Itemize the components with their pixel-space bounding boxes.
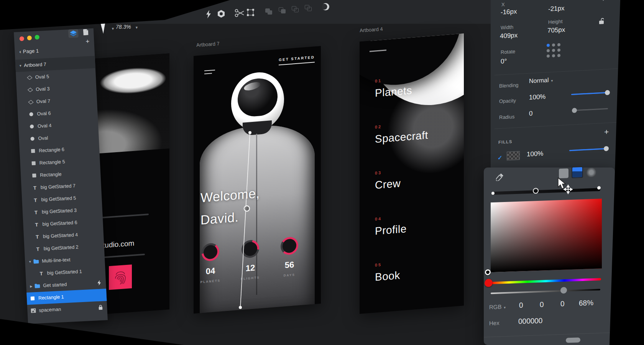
height-value[interactable]: 705px: [547, 26, 565, 34]
layer-name: spaceman: [39, 307, 61, 313]
layer-name: Oval: [38, 135, 48, 141]
layer-name: big GetStarted 4: [43, 232, 78, 239]
alpha-value[interactable]: 68%: [579, 299, 593, 307]
oval-outline-icon: [28, 99, 34, 105]
disclosure-icon[interactable]: ▼: [28, 260, 32, 263]
text-layer-icon: T: [33, 209, 39, 215]
boolean-intersect-icon[interactable]: [292, 6, 299, 13]
layers-panel-button[interactable]: [68, 29, 79, 38]
boolean-union-icon[interactable]: [265, 8, 273, 15]
artboard-7[interactable]: GET STARTED Welcome, David. 04 PLANETS 1…: [194, 46, 321, 314]
blue-value[interactable]: 0: [560, 300, 565, 308]
progress-ring: [242, 240, 259, 259]
hexagon-icon[interactable]: [217, 10, 225, 18]
width-value[interactable]: 409px: [500, 31, 518, 40]
blending-value: Normal: [529, 77, 549, 84]
rotate-label: Rotate: [501, 49, 515, 55]
artboard-4[interactable]: 01 Planets 02 Spacecraft 03 Crew 04 Prof…: [360, 33, 464, 314]
layer-name: big GetStarted 7: [41, 183, 76, 190]
cursor-tool-caret[interactable]: ▼: [111, 27, 115, 31]
fingerprint-icon: [114, 269, 127, 285]
pages-panel-button[interactable]: [80, 28, 91, 36]
hex-value[interactable]: 000000: [518, 317, 542, 326]
red-value[interactable]: 0: [519, 301, 523, 309]
rotate-handle-icon[interactable]: [602, 0, 609, 2]
rectangle-icon: [31, 161, 36, 166]
rectangle-icon: [30, 296, 36, 301]
blending-select[interactable]: Normal ▼: [529, 76, 554, 84]
text-layer-icon: T: [38, 271, 44, 276]
layer-name: big GetStarted 2: [43, 244, 79, 251]
fill-type-gradient-button[interactable]: [572, 166, 583, 178]
add-page-button[interactable]: +: [85, 38, 90, 45]
fill-type-solid-button[interactable]: [559, 168, 568, 178]
radius-slider[interactable]: [572, 108, 608, 111]
get-started-link[interactable]: GET STARTED: [279, 55, 315, 65]
layer-list: ▼Artboard 7 Oval 5 Oval 3 Oval 7 Oval 6 …: [15, 56, 108, 317]
add-fill-button[interactable]: +: [604, 127, 609, 137]
fill-type-pattern-button[interactable]: [586, 168, 596, 177]
text-layer-icon: T: [35, 246, 41, 252]
rgb-dropdown[interactable]: RGB ▼: [489, 303, 506, 310]
x-value[interactable]: -16px: [501, 8, 517, 16]
divider: [484, 332, 615, 337]
minimize-window-button[interactable]: [27, 36, 32, 41]
rgb-label: RGB: [489, 303, 502, 310]
menu-item-crew[interactable]: 03 Crew: [375, 169, 401, 191]
page-breadcrumb[interactable]: ‹Page 1: [19, 48, 39, 54]
menu-item-book[interactable]: 05 Book: [375, 261, 400, 283]
close-window-button[interactable]: [20, 36, 25, 41]
zoom-window-button[interactable]: [34, 35, 39, 40]
hue-slider[interactable]: [491, 278, 601, 284]
opacity-slider[interactable]: [571, 92, 608, 95]
boolean-difference-icon[interactable]: [305, 5, 312, 12]
eyedropper-icon[interactable]: [496, 173, 504, 181]
disclosure-icon[interactable]: ▶: [29, 284, 33, 288]
fingerprint-button[interactable]: [109, 264, 132, 290]
menu-item-profile[interactable]: 04 Profile: [375, 214, 407, 238]
zoom-level[interactable]: 78.3%: [116, 24, 131, 30]
rotate-value[interactable]: 0°: [501, 58, 507, 66]
chevron-down-icon: ▼: [550, 79, 554, 82]
zoom-caret[interactable]: ▼: [135, 26, 138, 30]
rectangle-icon: [30, 148, 36, 154]
fill-enabled-checkbox[interactable]: ✓: [498, 154, 503, 161]
fill-opacity-value[interactable]: 100%: [527, 150, 543, 158]
boolean-subtract-icon[interactable]: [279, 7, 286, 14]
layer-name: Get started: [43, 282, 67, 288]
menu-number: 04: [375, 214, 407, 222]
menu-label: Book: [375, 269, 400, 283]
green-value[interactable]: 0: [540, 301, 544, 309]
layer-name: big GetStarted 1: [47, 269, 82, 276]
hamburger-menu-icon[interactable]: [204, 70, 215, 74]
lightning-icon[interactable]: [205, 10, 212, 18]
oval-outline-icon: [27, 87, 33, 93]
layers-icon: [70, 30, 77, 37]
menu-item-planets[interactable]: 01 Planets: [375, 76, 412, 100]
scissors-icon[interactable]: [235, 8, 245, 18]
hue-knob[interactable]: [485, 279, 493, 287]
unlock-ratio-icon[interactable]: [599, 18, 605, 25]
fill-color-swatch[interactable]: [507, 151, 520, 161]
stat-value: 56: [285, 260, 294, 270]
opacity-value[interactable]: 100%: [529, 93, 545, 101]
color-selector-handle[interactable]: [485, 269, 491, 275]
alpha-knob[interactable]: [560, 287, 567, 294]
fill-opacity-slider[interactable]: [569, 148, 606, 151]
mask-moon-icon[interactable]: [322, 3, 329, 10]
layer-name: big GetStarted 5: [41, 196, 76, 202]
gradient-stop-strip[interactable]: [493, 188, 600, 195]
layer-name: Rectangle 6: [39, 147, 64, 153]
alpha-slider[interactable]: [491, 289, 600, 294]
y-value[interactable]: -21px: [548, 5, 565, 13]
anchor-point-grid[interactable]: [547, 43, 560, 58]
disclosure-icon[interactable]: ▼: [18, 64, 22, 67]
menu-number: 03: [375, 169, 401, 175]
stat-value: 12: [246, 263, 255, 273]
radius-value[interactable]: 0: [529, 110, 532, 117]
menu-item-spacecraft[interactable]: 02 Spacecraft: [375, 121, 428, 146]
cursor-tool-icon[interactable]: [102, 23, 107, 33]
fills-header: FILLS: [498, 139, 513, 145]
vector-box-icon[interactable]: [248, 10, 253, 15]
saturation-value-area[interactable]: [491, 199, 602, 272]
